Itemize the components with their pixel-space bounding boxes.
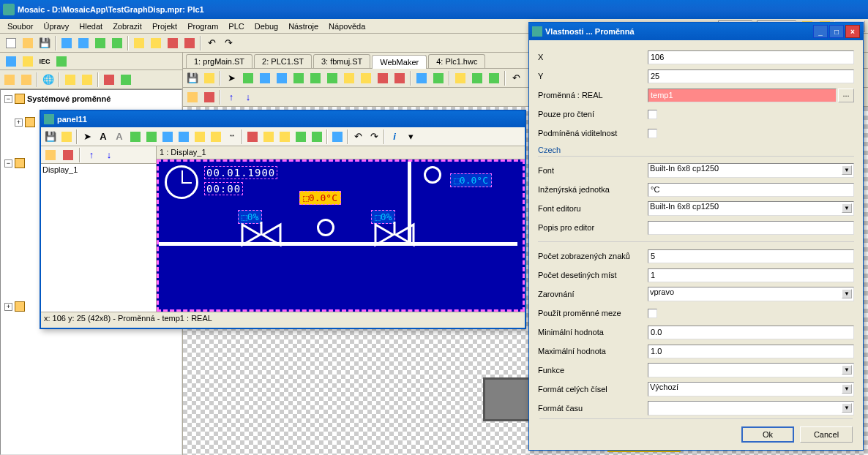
tool-icon[interactable] bbox=[201, 89, 217, 105]
checkbox-readonly[interactable] bbox=[648, 110, 657, 119]
arrow-up-icon[interactable]: ↑ bbox=[223, 89, 239, 105]
select-intfmt[interactable]: Výchozí bbox=[648, 382, 854, 396]
display-list[interactable]: Display_1 bbox=[41, 164, 156, 176]
input-chars[interactable] bbox=[648, 249, 854, 263]
tool-icon[interactable] bbox=[392, 70, 408, 86]
tool-icon[interactable]: 💾 bbox=[184, 70, 201, 86]
undo-icon[interactable]: ↶ bbox=[350, 129, 366, 145]
browse-button[interactable]: ... bbox=[838, 89, 854, 102]
select-font[interactable]: Built-In 6x8 cp1250 bbox=[648, 163, 854, 178]
tool-icon[interactable] bbox=[277, 129, 293, 145]
tool-icon[interactable] bbox=[341, 70, 357, 86]
open-icon[interactable] bbox=[20, 35, 36, 51]
tool-icon[interactable] bbox=[307, 70, 323, 86]
checkbox-condvis[interactable] bbox=[648, 129, 657, 138]
tool-icon[interactable] bbox=[160, 129, 176, 145]
input-min[interactable] bbox=[648, 326, 854, 339]
text-icon[interactable]: A bbox=[95, 129, 111, 145]
menu-projekt[interactable]: Projekt bbox=[148, 20, 182, 32]
close-button[interactable]: × bbox=[845, 25, 860, 38]
input-unit[interactable] bbox=[648, 183, 854, 197]
tool-icon[interactable] bbox=[79, 72, 95, 88]
menu-debug[interactable]: Debug bbox=[250, 20, 283, 32]
tab-webmaker[interactable]: WebMaker bbox=[372, 55, 427, 69]
tool-icon[interactable] bbox=[274, 70, 290, 86]
hmi-time[interactable]: 00:00 bbox=[204, 182, 243, 195]
tool-icon[interactable] bbox=[358, 70, 374, 86]
tool-icon[interactable] bbox=[240, 70, 256, 86]
input-decimals[interactable] bbox=[648, 268, 854, 282]
tool-icon[interactable] bbox=[62, 72, 78, 88]
tool-icon[interactable] bbox=[324, 70, 340, 86]
minimize-button[interactable]: _ bbox=[813, 25, 828, 38]
tool-icon[interactable] bbox=[60, 147, 76, 163]
menu-upravy[interactable]: Úpravy bbox=[39, 20, 73, 32]
tool-icon[interactable] bbox=[208, 129, 224, 145]
select-func[interactable] bbox=[648, 363, 854, 377]
arrow-down-icon[interactable]: ↓ bbox=[101, 147, 117, 163]
info-icon[interactable]: i bbox=[386, 129, 403, 145]
new-icon[interactable] bbox=[3, 35, 19, 51]
menu-napoveda[interactable]: Nápověda bbox=[324, 20, 370, 32]
tool-icon[interactable] bbox=[92, 35, 108, 51]
input-variable[interactable] bbox=[648, 89, 837, 102]
tool-icon[interactable] bbox=[131, 35, 147, 51]
tool-icon[interactable] bbox=[430, 70, 446, 86]
tool-icon[interactable] bbox=[42, 147, 59, 163]
hmi-temp-main[interactable]: ⬚0.0°C bbox=[299, 191, 341, 205]
tool-icon[interactable] bbox=[101, 72, 117, 88]
arrow-up-icon[interactable]: ↑ bbox=[83, 147, 100, 163]
tool-icon[interactable] bbox=[184, 89, 201, 105]
tree-root[interactable]: − Systémové proměnné bbox=[4, 93, 179, 105]
globe-icon[interactable]: 🌐 bbox=[40, 72, 56, 88]
tool-icon[interactable] bbox=[1, 72, 18, 88]
dialog-titlebar[interactable]: Vlastnosti ... Proměnná _ □ × bbox=[529, 23, 863, 40]
tool-icon[interactable] bbox=[257, 70, 273, 86]
save-icon[interactable]: 💾 bbox=[37, 35, 53, 51]
hmi-clock[interactable] bbox=[165, 165, 198, 199]
tool-icon[interactable] bbox=[18, 72, 34, 88]
tool-icon[interactable] bbox=[375, 70, 391, 86]
menu-soubor[interactable]: Soubor bbox=[3, 20, 37, 32]
tab-hwc[interactable]: 4: Plc1.hwc bbox=[428, 54, 485, 68]
tab-plc1[interactable]: 2: PLC1.ST bbox=[254, 54, 312, 68]
input-max[interactable] bbox=[648, 345, 854, 358]
redo-icon[interactable]: ↷ bbox=[220, 35, 236, 51]
hmi-temp-side[interactable]: ⬚0.0°C bbox=[450, 173, 492, 187]
tool-icon[interactable] bbox=[414, 70, 430, 86]
tab-icon[interactable] bbox=[20, 53, 36, 69]
tool-icon[interactable] bbox=[143, 129, 160, 145]
expand-icon[interactable]: + bbox=[4, 303, 12, 311]
menu-zobrazit[interactable]: Zobrazit bbox=[108, 20, 146, 32]
input-x[interactable] bbox=[648, 50, 854, 64]
select-fonteditor[interactable]: Built-In 6x8 cp1250 bbox=[648, 201, 854, 216]
tool-icon[interactable] bbox=[148, 35, 164, 51]
tool-icon[interactable] bbox=[469, 70, 485, 86]
tool-icon[interactable] bbox=[165, 35, 181, 51]
save-icon[interactable]: 💾 bbox=[42, 129, 59, 145]
tool-icon[interactable] bbox=[309, 129, 325, 145]
tool-icon[interactable] bbox=[486, 70, 502, 86]
expand-icon[interactable]: − bbox=[4, 159, 12, 168]
tab-icon[interactable] bbox=[3, 53, 19, 69]
input-editdesc[interactable] bbox=[648, 221, 854, 235]
checkbox-uselimits[interactable] bbox=[648, 309, 657, 318]
tool-icon[interactable] bbox=[293, 129, 309, 145]
dropdown-icon[interactable]: ▾ bbox=[403, 129, 419, 145]
tool-icon[interactable] bbox=[75, 35, 91, 51]
expand-icon[interactable]: − bbox=[4, 95, 12, 103]
tool-icon[interactable] bbox=[452, 70, 468, 86]
undo-icon[interactable]: ↶ bbox=[203, 35, 220, 51]
tool-icon[interactable] bbox=[109, 35, 125, 51]
tool-icon[interactable] bbox=[59, 129, 75, 145]
tool-icon[interactable] bbox=[261, 129, 277, 145]
tool-icon[interactable]: ** bbox=[224, 129, 240, 145]
tool-icon[interactable] bbox=[244, 129, 261, 145]
list-item[interactable]: Display_1 bbox=[42, 165, 154, 174]
menu-program[interactable]: Program bbox=[183, 20, 222, 32]
expand-icon[interactable]: + bbox=[15, 119, 23, 127]
tab-prgmain[interactable]: 1: prgMain.ST bbox=[186, 54, 252, 68]
text-icon[interactable]: A bbox=[111, 129, 127, 145]
hmi-canvas[interactable]: 00.01.1900 00:00 ⬚0.0°C ⬚0% ⬚0% ⬚0.0°C bbox=[157, 159, 525, 312]
tool-icon[interactable] bbox=[201, 70, 217, 86]
